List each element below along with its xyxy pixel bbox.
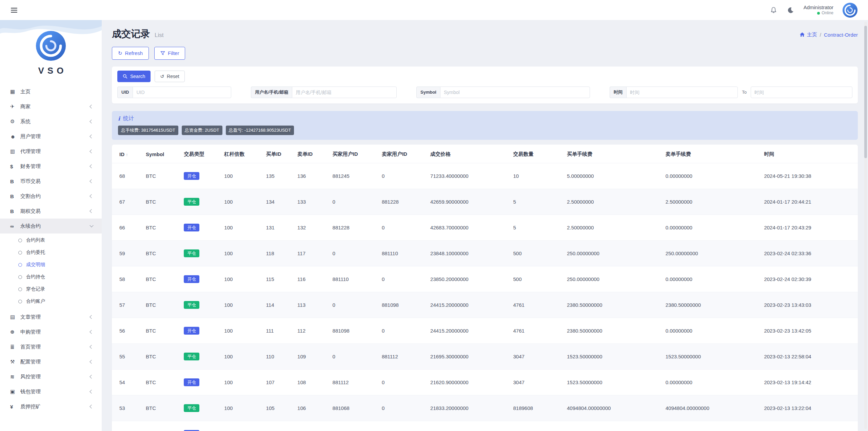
cell-quantity: 5 [509, 189, 563, 214]
cell-buy_fee: 250.00000000 [563, 266, 662, 292]
column-header-quantity: 交易数量 [509, 145, 563, 163]
list-icon: ≣ [10, 344, 20, 350]
cell-time: 2024-01-17 20:43:29 [760, 214, 858, 240]
sidebar-item-label: 质押挖矿 [20, 404, 90, 410]
sidebar-item-label: 商家 [20, 104, 90, 110]
user-input[interactable] [292, 87, 397, 98]
cell-id: 67 [112, 189, 142, 214]
sidebar-item-home[interactable]: ▦主页 [0, 84, 102, 99]
sidebar-item-perpetual-contract[interactable]: ∞永续合约 [0, 219, 102, 233]
scrollbar-thumb[interactable] [864, 26, 867, 158]
sidebar-item-risk-mgmt[interactable]: ≋风控管理 [0, 369, 102, 384]
cell-leverage: 100 [220, 318, 262, 343]
sidebar-item-finance-mgmt[interactable]: $财务管理 [0, 159, 102, 174]
column-header-sell_fee: 卖单手续费 [662, 145, 760, 163]
trade-type-badge: 开仓 [184, 172, 199, 180]
cell-seller_uid: 0 [378, 163, 426, 189]
sidebar-item-options-trade[interactable]: B期权交易 [0, 204, 102, 219]
circle-icon [18, 263, 22, 267]
sidebar-subitem-trade-details[interactable]: 成交明细 [0, 259, 102, 271]
table-row: 57BTC平仓100114113088109824415.20000000476… [112, 292, 858, 318]
cell-price: 42659.90000000 [426, 189, 509, 214]
funnel-icon [160, 51, 165, 56]
cell-sell_order_id: 108 [293, 369, 328, 395]
cell-trade_type: 开仓 [180, 266, 220, 292]
circle-icon [18, 300, 22, 303]
trade-type-badge: 平仓 [184, 249, 199, 257]
sidebar-item-purchase-mgmt[interactable]: ⊕申购管理 [0, 324, 102, 339]
sidebar-subitem-contract-orders[interactable]: 合约委托 [0, 246, 102, 259]
cell-price: 23848.10000000 [426, 240, 509, 266]
sidebar-item-article-mgmt[interactable]: ▤文章管理 [0, 310, 102, 324]
cell-quantity: 4761 [509, 318, 563, 343]
app-window: Administrator Online [0, 0, 868, 431]
menu-toggle-button[interactable] [10, 6, 18, 15]
sidebar-item-delivery-contract[interactable]: B交割合约 [0, 189, 102, 204]
breadcrumb-home-link[interactable]: 主页 [800, 32, 817, 38]
notification-bell-button[interactable] [769, 6, 778, 14]
column-header-time: 时间 [760, 145, 858, 163]
sidebar-subitem-liquidation-records[interactable]: 穿仓记录 [0, 283, 102, 295]
dark-mode-toggle[interactable] [787, 6, 795, 14]
time-input[interactable] [626, 87, 738, 98]
column-header-id[interactable]: ID↑ [112, 145, 142, 163]
table-row: 54BTC开仓100107108881112021620.90000000304… [112, 369, 858, 395]
cell-price: 21830.50000000 [426, 421, 509, 431]
cell-id: 68 [112, 163, 142, 189]
cell-time: 2023-02-13 12:25:02 [760, 421, 858, 431]
cell-buy_fee: 2.50000000 [563, 189, 662, 214]
breadcrumb: 主页 / Contract-Order [800, 32, 858, 38]
refresh-button[interactable]: ↻ Refresh [112, 47, 149, 60]
page-scrollbar[interactable] [864, 22, 867, 429]
sidebar-subitem-contract-positions[interactable]: 合约持仓 [0, 271, 102, 283]
cell-leverage: 100 [220, 395, 262, 421]
brand[interactable]: VSO [0, 20, 102, 76]
sidebar-item-coin-trade[interactable]: B币币交易 [0, 174, 102, 189]
cell-time: 2023-02-13 13:22:04 [760, 395, 858, 421]
cell-sell_fee: 2.50000000 [662, 189, 760, 214]
table-row: 53BTC平仓100105106881068021833.20000000818… [112, 395, 858, 421]
sidebar-item-homepage-mgmt[interactable]: ≣首页管理 [0, 339, 102, 354]
chevron-left-icon [90, 149, 93, 153]
sidebar-subitem-label: 合约委托 [26, 249, 45, 256]
sidebar-item-merchant[interactable]: ✈商家 [0, 99, 102, 114]
filter-button[interactable]: Filter [154, 47, 185, 60]
sidebar-subitem-contract-list[interactable]: 合约列表 [0, 234, 102, 246]
sidebar-item-staking[interactable]: ¥质押挖矿 [0, 399, 102, 414]
cell-symbol: BTC [142, 189, 180, 214]
reset-icon: ↺ [160, 74, 164, 79]
cell-sell_order_id: 109 [293, 343, 328, 369]
uid-input[interactable] [133, 87, 231, 98]
sidebar-item-config-mgmt[interactable]: ⚒配置管理 [0, 354, 102, 369]
table-row: 68BTC开仓100135136881245071233.40000000105… [112, 163, 858, 189]
sidebar-item-label: 币币交易 [20, 178, 90, 185]
cell-symbol: BTC [142, 292, 180, 318]
to-label: To [742, 90, 747, 95]
sidebar-item-user-mgmt[interactable]: ☻用户管理 [0, 129, 102, 144]
sidebar-item-system[interactable]: ⚙系统 [0, 114, 102, 129]
symbol-input[interactable] [440, 87, 590, 98]
wallet-icon: ▣ [10, 389, 20, 395]
cell-sell_fee: 0.00000000 [662, 163, 760, 189]
sidebar-item-wallet-mgmt[interactable]: ▣钱包管理 [0, 384, 102, 399]
avatar[interactable] [842, 2, 858, 18]
brand-name: VSO [0, 65, 102, 76]
search-button[interactable]: Search [117, 71, 151, 82]
filter-fields-row: UID用户名/手机/邮箱Symbol时间To [117, 87, 852, 98]
sidebar-item-label: 主页 [20, 89, 93, 95]
sidebar-item-agent-mgmt[interactable]: ▥代理管理 [0, 144, 102, 159]
sidebar-item-label: 永续合约 [20, 223, 90, 229]
sidebar-subitem-contract-accounts[interactable]: 合约账户 [0, 295, 102, 307]
reset-button[interactable]: ↺ Reset [155, 71, 184, 82]
cell-buy_order_id: 104 [262, 421, 293, 431]
time-end-input[interactable] [751, 87, 852, 98]
gear-icon: ⚙ [10, 118, 20, 125]
breadcrumb-current: Contract-Order [824, 32, 858, 38]
field-time: 时间To [610, 87, 852, 98]
stat-badge: 总手续费: 381754615USDT [118, 126, 178, 135]
column-header-sell_order_id: 卖单ID [293, 145, 328, 163]
field-symbol: Symbol [416, 87, 590, 98]
stats-badges: 总手续费: 381754615USDT总资金费: 2USDT总盈亏: -1242… [118, 126, 852, 135]
cell-sell_fee: 4094804.00000000 [662, 395, 760, 421]
sidebar-item-label: 财务管理 [20, 163, 90, 170]
